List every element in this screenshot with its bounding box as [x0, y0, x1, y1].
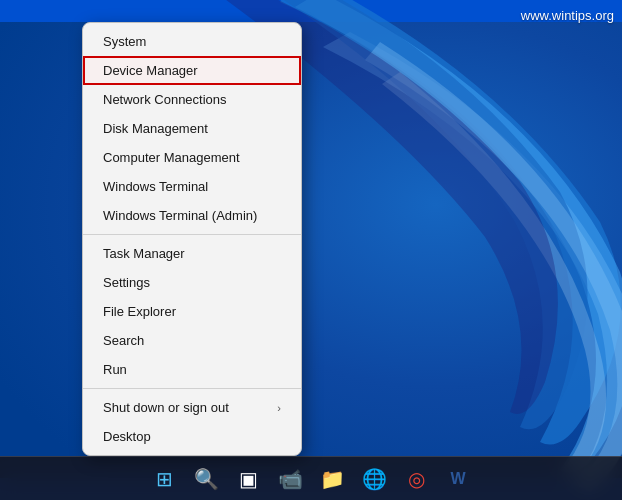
menu-item-label-search: Search	[103, 333, 144, 348]
taskbar-icon-edge[interactable]: 🌐	[356, 461, 392, 497]
menu-item-task-manager[interactable]: Task Manager	[83, 239, 301, 268]
menu-item-disk-management[interactable]: Disk Management	[83, 114, 301, 143]
taskbar: ⊞🔍▣📹📁🌐◎W	[0, 456, 622, 500]
menu-item-label-run: Run	[103, 362, 127, 377]
menu-item-label-disk-management: Disk Management	[103, 121, 208, 136]
menu-item-label-task-manager: Task Manager	[103, 246, 185, 261]
menu-item-system[interactable]: System	[83, 27, 301, 56]
menu-item-computer-management[interactable]: Computer Management	[83, 143, 301, 172]
menu-item-label-shut-down-or-sign-out: Shut down or sign out	[103, 400, 229, 415]
taskbar-icon-search[interactable]: 🔍	[188, 461, 224, 497]
menu-item-windows-terminal-admin[interactable]: Windows Terminal (Admin)	[83, 201, 301, 230]
menu-item-label-file-explorer: File Explorer	[103, 304, 176, 319]
taskbar-icon-file-explorer[interactable]: 📁	[314, 461, 350, 497]
menu-divider	[83, 388, 301, 389]
menu-item-label-system: System	[103, 34, 146, 49]
menu-item-label-windows-terminal: Windows Terminal	[103, 179, 208, 194]
menu-item-file-explorer[interactable]: File Explorer	[83, 297, 301, 326]
menu-item-search[interactable]: Search	[83, 326, 301, 355]
menu-item-network-connections[interactable]: Network Connections	[83, 85, 301, 114]
menu-item-label-settings: Settings	[103, 275, 150, 290]
menu-item-run[interactable]: Run	[83, 355, 301, 384]
menu-item-device-manager[interactable]: Device Manager	[83, 56, 301, 85]
menu-divider	[83, 234, 301, 235]
menu-item-desktop[interactable]: Desktop	[83, 422, 301, 451]
menu-item-windows-terminal[interactable]: Windows Terminal	[83, 172, 301, 201]
menu-item-arrow-shut-down-or-sign-out: ›	[277, 402, 281, 414]
menu-item-label-network-connections: Network Connections	[103, 92, 227, 107]
menu-item-shut-down-or-sign-out[interactable]: Shut down or sign out›	[83, 393, 301, 422]
menu-item-label-device-manager: Device Manager	[103, 63, 198, 78]
taskbar-icon-word[interactable]: W	[440, 461, 476, 497]
watermark: www.wintips.org	[521, 8, 614, 23]
menu-item-label-computer-management: Computer Management	[103, 150, 240, 165]
taskbar-icon-teams[interactable]: 📹	[272, 461, 308, 497]
menu-item-label-windows-terminal-admin: Windows Terminal (Admin)	[103, 208, 257, 223]
taskbar-center: ⊞🔍▣📹📁🌐◎W	[146, 461, 476, 497]
menu-item-label-desktop: Desktop	[103, 429, 151, 444]
taskbar-icon-chrome[interactable]: ◎	[398, 461, 434, 497]
taskbar-icon-start[interactable]: ⊞	[146, 461, 182, 497]
context-menu: SystemDevice ManagerNetwork ConnectionsD…	[82, 22, 302, 456]
desktop: www.wintips.org SystemDevice ManagerNetw…	[0, 0, 622, 500]
taskbar-icon-task-view[interactable]: ▣	[230, 461, 266, 497]
menu-item-settings[interactable]: Settings	[83, 268, 301, 297]
